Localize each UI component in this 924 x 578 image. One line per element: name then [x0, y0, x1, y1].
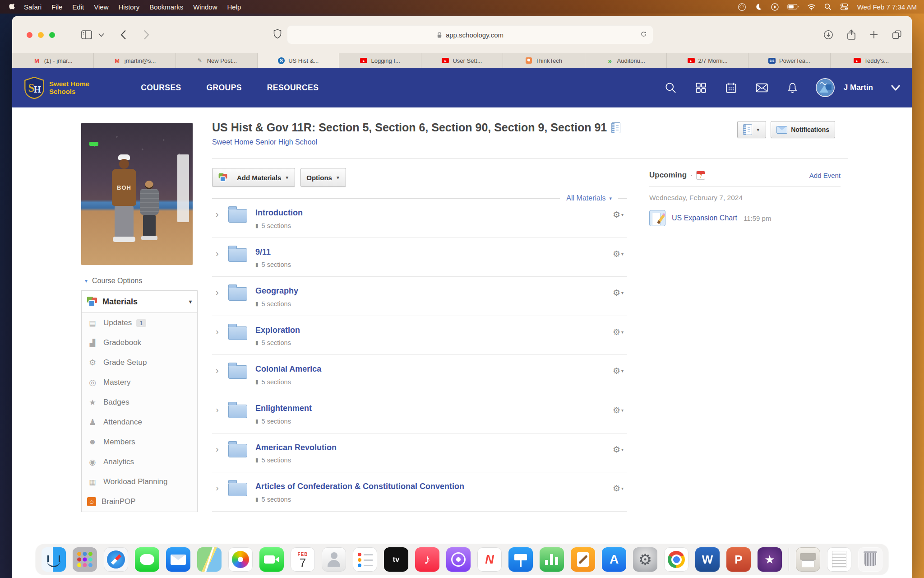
new-tab-icon[interactable] [869, 30, 878, 39]
app-store-dock-icon[interactable]: A [602, 547, 626, 572]
user-menu[interactable]: J Martin [844, 83, 873, 92]
back-icon[interactable] [120, 30, 126, 40]
creative-cloud-icon[interactable] [738, 3, 746, 11]
browser-tab[interactable]: (1) - jmar... [12, 53, 94, 68]
menu-bar-item[interactable]: History [113, 3, 144, 11]
folder-name-link[interactable]: American Revolution [255, 443, 337, 453]
menu-bar-item[interactable]: View [89, 3, 113, 11]
folder-name-link[interactable]: Colonial America [255, 364, 321, 374]
folder-name-link[interactable]: Exploration [255, 326, 300, 336]
folder-row[interactable]: › Geography ▮ 5 sections [212, 277, 627, 316]
folder-name-link[interactable]: Introduction [255, 208, 303, 218]
folder-gear-menu[interactable]: ⚙▾ [613, 444, 624, 455]
expand-chevron-icon[interactable]: › [216, 326, 227, 337]
sidebar-item[interactable]: Mastery [82, 373, 197, 392]
messages-dock-icon[interactable] [135, 547, 159, 572]
browser-tab[interactable]: ThinkTech [503, 53, 585, 68]
close-window-button[interactable] [27, 32, 32, 38]
apps-grid-icon[interactable] [695, 82, 707, 94]
privacy-shield-icon[interactable] [273, 28, 282, 41]
sidebar-item[interactable]: Analytics [82, 452, 197, 472]
numbers-dock-icon[interactable] [540, 547, 564, 572]
tab-overview-icon[interactable] [892, 30, 902, 40]
browser-tab[interactable]: Logging I... [339, 53, 421, 68]
search-icon[interactable] [665, 82, 677, 94]
upcoming-calendar-icon[interactable]: 7 [696, 171, 705, 180]
maps-dock-icon[interactable] [197, 547, 222, 572]
zoom-window-button[interactable] [49, 32, 55, 38]
share-icon[interactable] [847, 29, 856, 40]
menu-bar-item[interactable]: Safari [19, 3, 46, 11]
user-menu-chevron-icon[interactable] [891, 85, 900, 91]
sidebar-toggle-icon[interactable] [81, 30, 92, 39]
control-center-icon[interactable] [840, 3, 848, 11]
folder-gear-menu[interactable]: ⚙▾ [613, 210, 624, 220]
music-dock-icon[interactable] [415, 547, 439, 572]
expand-chevron-icon[interactable]: › [216, 404, 227, 415]
user-avatar[interactable] [817, 79, 834, 96]
browser-tab[interactable]: New Post... [176, 53, 258, 68]
sidebar-item[interactable]: BrainPOP [82, 492, 197, 512]
sidebar-item-materials[interactable]: Materials ▾ [82, 291, 197, 313]
sidebar-item[interactable]: Grade Setup [82, 353, 197, 373]
course-info-button[interactable]: ▼ [737, 121, 766, 138]
folder-gear-menu[interactable]: ⚙▾ [613, 288, 624, 298]
address-bar[interactable]: app.schoology.com [287, 25, 653, 44]
calendar-dock-icon[interactable]: FEB 7 [291, 547, 315, 572]
spotlight-search-icon[interactable] [824, 3, 832, 11]
podcasts-dock-icon[interactable] [446, 547, 471, 572]
folder-row[interactable]: › 9/11 ▮ 5 sections [212, 238, 627, 277]
folder-name-link[interactable]: Enlightenment [255, 404, 312, 414]
folder-row[interactable]: › Exploration ▮ 5 sections [212, 316, 627, 355]
folder-gear-menu[interactable]: ⚙▾ [613, 405, 624, 415]
navbar-link[interactable]: GROUPS [194, 83, 254, 93]
folder-name-link[interactable]: Articles of Confederation & Constitution… [255, 482, 464, 492]
minimize-window-button[interactable] [38, 32, 44, 38]
navbar-link[interactable]: RESOURCES [254, 83, 331, 93]
browser-tab[interactable]: 2/7 Morni... [667, 53, 748, 68]
folder-row[interactable]: › Articles of Confederation & Constituti… [212, 472, 627, 512]
course-options-toggle[interactable]: ▾ Course Options [85, 277, 212, 285]
facetime-dock-icon[interactable] [259, 547, 284, 572]
safari-dock-icon[interactable] [104, 547, 128, 572]
folder-gear-menu[interactable]: ⚙▾ [613, 366, 624, 376]
notifications-button[interactable]: Notifications [771, 121, 835, 138]
folder-name-link[interactable]: 9/11 [255, 247, 291, 257]
school-link[interactable]: Sweet Home Senior High School [212, 138, 620, 146]
menu-bar-clock[interactable]: Wed Feb 7 7:34 AM [857, 3, 917, 11]
downloads-icon[interactable] [823, 30, 833, 40]
wifi-icon[interactable] [807, 4, 816, 10]
word-dock-icon[interactable]: W [695, 547, 720, 572]
menu-bar-item[interactable]: Bookmarks [144, 3, 188, 11]
folder-row[interactable]: › American Revolution ▮ 5 sections [212, 434, 627, 473]
sidebar-item[interactable]: Badges [82, 392, 197, 412]
reminders-dock-icon[interactable] [353, 547, 377, 572]
mail-dock-icon[interactable] [166, 547, 190, 572]
printer-dock-icon[interactable] [796, 547, 820, 572]
expand-chevron-icon[interactable]: › [216, 482, 227, 494]
expand-chevron-icon[interactable]: › [216, 247, 227, 259]
imovie-dock-icon[interactable] [758, 547, 782, 572]
powerpoint-dock-icon[interactable]: P [726, 547, 751, 572]
folder-gear-menu[interactable]: ⚙▾ [613, 483, 624, 494]
menu-bar-item[interactable]: Window [188, 3, 222, 11]
expand-chevron-icon[interactable]: › [216, 208, 227, 220]
folder-row[interactable]: › Enlightenment ▮ 5 sections [212, 394, 627, 434]
do-not-disturb-moon-icon[interactable] [754, 3, 762, 11]
apple-logo-icon[interactable] [9, 3, 16, 10]
apple-tv-dock-icon[interactable]: tv [384, 547, 408, 572]
folder-gear-menu[interactable]: ⚙▾ [613, 249, 624, 259]
screen-mirroring-icon[interactable] [771, 3, 779, 11]
photos-dock-icon[interactable] [228, 547, 253, 572]
notifications-bell-icon[interactable] [786, 82, 799, 94]
trash-dock-icon[interactable] [858, 547, 882, 572]
sidebar-item[interactable]: Updates 1 [82, 313, 197, 333]
browser-tab[interactable]: US Hist &... [258, 53, 339, 68]
school-brand[interactable]: S H Sweet Home Schools [24, 76, 89, 99]
folder-row[interactable]: › Introduction ▮ 5 sections [212, 199, 627, 238]
reload-icon[interactable] [640, 31, 647, 39]
browser-tab[interactable]: jmartin@s... [94, 53, 176, 68]
calendar-icon[interactable] [725, 82, 737, 94]
browser-tab[interactable]: Auditoriu... [585, 53, 667, 68]
menu-bar-item[interactable]: Help [222, 3, 246, 11]
